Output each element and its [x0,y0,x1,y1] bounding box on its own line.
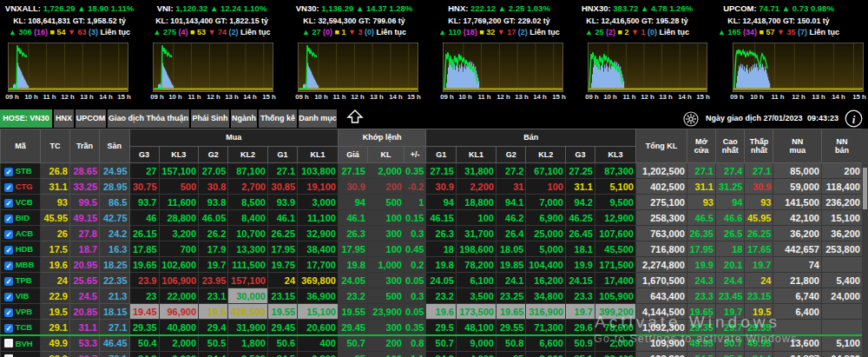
svg-text:i: i [852,113,856,126]
